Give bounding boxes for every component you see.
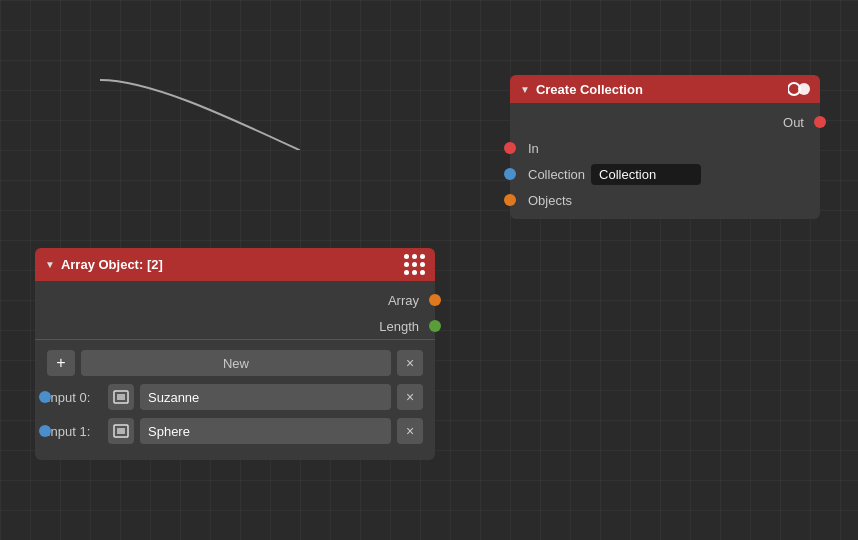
socket-out-label: Out bbox=[783, 115, 804, 130]
new-button[interactable]: New bbox=[81, 350, 391, 376]
socket-array-label: Array bbox=[388, 293, 419, 308]
socket-out-dot[interactable] bbox=[814, 116, 826, 128]
socket-length-dot[interactable] bbox=[429, 320, 441, 332]
node-array-object-header: ▼ Array Object: [2] bbox=[35, 248, 435, 281]
collapse-arrow-icon-2[interactable]: ▼ bbox=[45, 259, 55, 270]
input-0-name-field[interactable] bbox=[140, 384, 391, 410]
input-item-0: Input 0: × bbox=[45, 380, 425, 414]
input-1-label: Input 1: bbox=[47, 424, 102, 439]
add-input-button[interactable]: + bbox=[47, 350, 75, 376]
svg-rect-5 bbox=[117, 428, 125, 434]
collapse-arrow-icon[interactable]: ▼ bbox=[520, 84, 530, 95]
node-create-collection-header: ▼ Create Collection bbox=[510, 75, 820, 103]
node-create-collection: ▼ Create Collection Out In Collection bbox=[510, 75, 820, 219]
inputs-section: + New × Input 0: bbox=[35, 339, 435, 454]
socket-objects-row: Objects bbox=[510, 187, 820, 213]
socket-length-row: Length bbox=[35, 313, 435, 339]
collection-name-input[interactable] bbox=[591, 164, 701, 185]
input-0-dot[interactable] bbox=[39, 391, 51, 403]
node-array-object-body: Array Length + New × bbox=[35, 281, 435, 460]
node-array-object: ▼ Array Object: [2] Array Length + New bbox=[35, 248, 435, 460]
input-1-name-field[interactable] bbox=[140, 418, 391, 444]
socket-collection-label: Collection bbox=[528, 167, 585, 182]
remove-input-1-button[interactable]: × bbox=[397, 418, 423, 444]
socket-collection-dot[interactable] bbox=[504, 168, 516, 180]
socket-in-dot[interactable] bbox=[504, 142, 516, 154]
remove-input-0-button[interactable]: × bbox=[397, 384, 423, 410]
input-0-label: Input 0: bbox=[47, 390, 102, 405]
node-create-collection-body: Out In Collection Objects bbox=[510, 103, 820, 219]
socket-objects-label: Objects bbox=[528, 193, 572, 208]
socket-collection-row: Collection bbox=[510, 161, 820, 187]
socket-out-row: Out bbox=[510, 109, 820, 135]
socket-array-dot[interactable] bbox=[429, 294, 441, 306]
socket-length-label: Length bbox=[379, 319, 419, 334]
header-icon bbox=[788, 81, 810, 97]
input-item-1: Input 1: × bbox=[45, 414, 425, 448]
remove-button[interactable]: × bbox=[397, 350, 423, 376]
collection-field-wrap bbox=[591, 164, 701, 185]
svg-point-1 bbox=[798, 83, 810, 95]
grid-icon bbox=[404, 254, 425, 275]
node-title: Create Collection bbox=[536, 82, 643, 97]
socket-objects-dot[interactable] bbox=[504, 194, 516, 206]
socket-in-row: In bbox=[510, 135, 820, 161]
input-0-icon bbox=[108, 384, 134, 410]
new-row: + New × bbox=[45, 346, 425, 380]
socket-array-row: Array bbox=[35, 287, 435, 313]
socket-in-label: In bbox=[528, 141, 539, 156]
input-1-icon bbox=[108, 418, 134, 444]
node-array-title: Array Object: [2] bbox=[61, 257, 163, 272]
svg-rect-3 bbox=[117, 394, 125, 400]
input-1-dot[interactable] bbox=[39, 425, 51, 437]
